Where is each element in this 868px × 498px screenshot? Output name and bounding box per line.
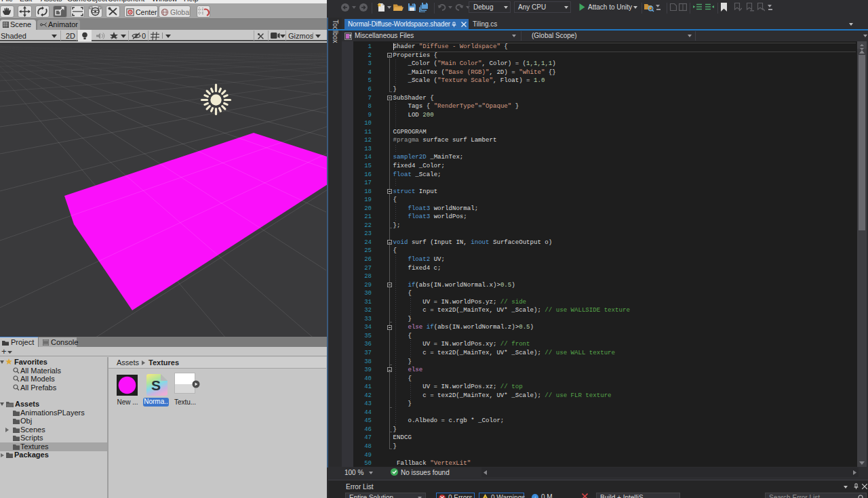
svg-text:!: ! <box>484 495 486 498</box>
svg-text:S: S <box>151 377 161 393</box>
svg-text:i: i <box>534 495 536 498</box>
